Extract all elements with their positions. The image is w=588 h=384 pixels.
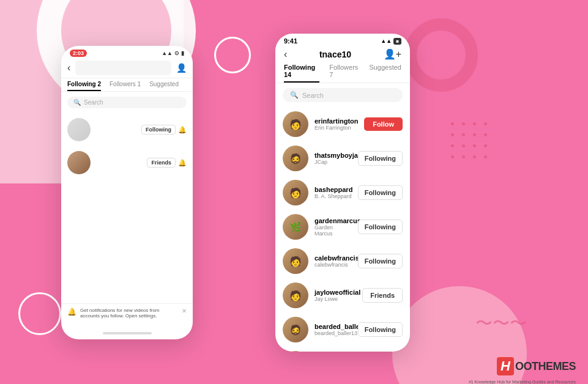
left-nav-bar: ‹ 👤 xyxy=(61,58,193,78)
action-buttons-2: Friends 🔔 xyxy=(147,158,187,168)
tab-right-suggested[interactable]: Suggested xyxy=(369,64,401,83)
right-tabs: Following 14 Followers 7 Suggested xyxy=(275,62,410,83)
user-info-jayloweofficial: jayloweofficial Jay Lowe xyxy=(314,289,356,302)
following-button-1[interactable]: Following xyxy=(141,125,176,135)
avatar-jayloweofficial: 🧑 xyxy=(283,282,308,308)
following-button-gardenmarcus[interactable]: Following xyxy=(358,220,403,234)
user-item-thatsmyboyjacob: 🧔 thatsmyboyjacob JCap Following xyxy=(275,141,410,175)
user-item-calebwfrancis: 🧑 calebwfrancis ✓ calebwfrancis Followin… xyxy=(275,244,410,278)
right-search-icon: 🔍 xyxy=(290,91,299,99)
right-status-bar: 9:41 ▲▲ ■ xyxy=(275,34,410,46)
following-button-basheppard[interactable]: Following xyxy=(358,185,403,200)
user-info-basheppard: basheppard B. A. Sheppard xyxy=(314,186,352,199)
user-item-erinfartington: 🧑 erinfartington Erin Farrington Follow xyxy=(275,107,410,141)
avatar-gardenmarcus: 🌿 xyxy=(283,214,308,240)
bg-decoration-dots xyxy=(451,122,490,161)
avatar-2 xyxy=(67,151,91,174)
bell-icon-2[interactable]: 🔔 xyxy=(178,159,187,167)
left-user-item-1: Following 🔔 xyxy=(61,113,193,146)
user-info-thatsmyboyjacob: thatsmyboyjacob JCap xyxy=(314,152,352,165)
profile-title: tnace10 xyxy=(319,50,351,59)
avatar-thatsmyboyjacob: 🧔 xyxy=(283,146,308,171)
notification-bar: 🔔 Get notifications for new videos from … xyxy=(61,303,193,322)
right-search-placeholder: Search xyxy=(302,92,324,99)
user-list: 🧑 erinfartington Erin Farrington Follow … xyxy=(275,107,410,352)
right-status-icons: ▲▲ ■ xyxy=(381,38,401,45)
profile-icon[interactable]: 👤 xyxy=(176,63,187,73)
search-icon: 🔍 xyxy=(73,99,81,106)
user-item-gardenmarcus: 🌿 gardenmarcus Garden Marcus Following xyxy=(275,210,410,244)
wifi-icon: ⊙ xyxy=(174,50,179,56)
handle-basheppard: B. A. Sheppard xyxy=(314,193,352,199)
following-button-calebwfrancis[interactable]: Following xyxy=(358,254,403,268)
user-info-bearded-baller13: bearded_baller13 bearded_baller13 xyxy=(314,323,352,336)
bg-decoration-wave: 〜〜〜 xyxy=(475,312,527,335)
battery-icon: ▮ xyxy=(181,50,184,56)
logo-h-letter: H xyxy=(497,357,514,375)
avatar-basheppard: 🧑 xyxy=(283,180,308,205)
left-home-bar xyxy=(103,332,152,334)
avatar-calebwfrancis: 🧑 xyxy=(283,248,308,274)
signal-icon: ▲▲ xyxy=(162,50,173,56)
user-item-loy472: ⚽ loy472 Loy Bro Sin Following xyxy=(275,347,410,352)
username-erinfartington: erinfartington xyxy=(314,117,358,125)
phone-left: 2:03 ▲▲ ⊙ ▮ ‹ 👤 Following 2 Followers 1 … xyxy=(61,46,193,339)
following-button-bearded-baller13[interactable]: Following xyxy=(358,322,403,337)
bell-icon-1[interactable]: 🔔 xyxy=(178,126,187,134)
logo-rest-text: OOTHEMES xyxy=(515,360,576,373)
handle-gardenmarcus: Garden Marcus xyxy=(314,224,352,237)
bg-decoration-circle-small xyxy=(214,37,251,73)
follow-button-erinfartington[interactable]: Follow xyxy=(364,117,403,131)
hoothemes-logo: H OOTHEMES xyxy=(497,357,576,375)
username-basheppard: basheppard xyxy=(314,186,352,193)
handle-bearded-baller13: bearded_baller13 xyxy=(314,330,352,336)
add-user-icon[interactable]: 👤+ xyxy=(384,48,401,60)
phone-right: 9:41 ▲▲ ■ ‹ tnace10 👤+ Following 14 Foll… xyxy=(275,34,410,352)
left-status-icons: ▲▲ ⊙ ▮ xyxy=(162,50,184,56)
right-back-button[interactable]: ‹ xyxy=(284,49,287,60)
notification-bell-icon: 🔔 xyxy=(67,308,76,316)
tab-following[interactable]: Following 2 xyxy=(67,81,101,91)
wifi-icon-right: ▲▲ xyxy=(381,38,392,44)
username-calebwfrancis: calebwfrancis ✓ xyxy=(314,254,352,262)
bg-decoration-circle-bottom-left xyxy=(18,292,61,335)
user-info-gardenmarcus: gardenmarcus Garden Marcus xyxy=(314,217,352,237)
username-bearded-baller13: bearded_baller13 xyxy=(314,323,352,330)
user-item-jayloweofficial: 🧑 jayloweofficial Jay Lowe Friends xyxy=(275,278,410,312)
right-search-bar[interactable]: 🔍 Search xyxy=(283,88,403,102)
left-status-bar: 2:03 ▲▲ ⊙ ▮ xyxy=(61,46,193,58)
nav-search-box xyxy=(75,61,171,75)
notification-text: Get notifications for new videos from ac… xyxy=(80,308,178,319)
back-button[interactable]: ‹ xyxy=(67,62,70,73)
tab-right-followers[interactable]: Followers 7 xyxy=(329,64,359,83)
avatar-erinfartington: 🧑 xyxy=(283,111,308,137)
bg-decoration-circle-outline-right xyxy=(404,18,478,92)
following-button-thatsmyboyjacob[interactable]: Following xyxy=(358,151,403,166)
left-user-item-2: Friends 🔔 xyxy=(61,146,193,179)
tab-followers[interactable]: Followers 1 xyxy=(110,81,141,91)
right-nav-bar: ‹ tnace10 👤+ xyxy=(275,46,410,62)
handle-erinfartington: Erin Farrington xyxy=(314,125,358,131)
left-search-bar[interactable]: 🔍 Search xyxy=(67,97,187,108)
avatar-1 xyxy=(67,118,91,141)
username-thatsmyboyjacob: thatsmyboyjacob xyxy=(314,152,352,159)
search-placeholder: Search xyxy=(84,99,103,106)
user-item-basheppard: 🧑 basheppard B. A. Sheppard Following xyxy=(275,175,410,210)
user-item-bearded-baller13: 🧔 bearded_baller13 bearded_baller13 Foll… xyxy=(275,312,410,347)
left-tabs: Following 2 Followers 1 Suggested xyxy=(61,78,193,92)
user-info-erinfartington: erinfartington Erin Farrington xyxy=(314,117,358,131)
tab-suggested[interactable]: Suggested xyxy=(149,81,179,91)
handle-jayloweofficial: Jay Lowe xyxy=(314,296,356,302)
friends-button-jayloweofficial[interactable]: Friends xyxy=(362,288,403,303)
friends-button-2[interactable]: Friends xyxy=(147,158,176,168)
username-jayloweofficial: jayloweofficial xyxy=(314,289,356,296)
tab-right-following[interactable]: Following 14 xyxy=(284,64,319,83)
avatar-loy472: ⚽ xyxy=(283,351,308,352)
avatar-bearded-baller13: 🧔 xyxy=(283,317,308,342)
handle-thatsmyboyjacob: JCap xyxy=(314,159,352,165)
left-time: 2:03 xyxy=(70,50,87,57)
notification-close-button[interactable]: ✕ xyxy=(182,308,187,314)
user-info-calebwfrancis: calebwfrancis ✓ calebwfrancis xyxy=(314,254,352,268)
username-gardenmarcus: gardenmarcus xyxy=(314,217,352,224)
handle-calebwfrancis: calebwfrancis xyxy=(314,262,352,268)
